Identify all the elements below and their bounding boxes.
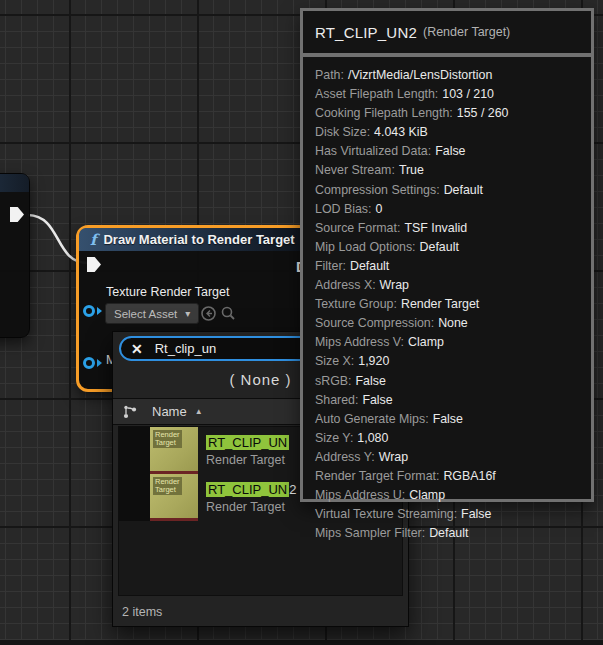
row-gutter [119, 427, 150, 474]
select-asset-label: Select Asset [114, 308, 177, 320]
sort-ascending-icon[interactable]: ▲ [195, 407, 203, 416]
asset-type: Render Target [206, 499, 296, 515]
partial-node[interactable] [0, 173, 30, 338]
search-match-highlight: RT_CLIP_UN [206, 482, 289, 497]
use-selected-icon[interactable] [200, 305, 217, 322]
object-pin-icon[interactable] [83, 357, 102, 369]
item-count: 2 items [122, 605, 162, 619]
object-pin-icon[interactable] [83, 305, 102, 317]
render-target-thumbnail: Render Target [150, 474, 198, 521]
node-title: Draw Material to Render Target [103, 232, 294, 247]
clear-search-icon[interactable]: ✕ [131, 341, 143, 357]
partial-node-header[interactable] [0, 174, 29, 192]
thumbnail-type-badge: Render Target [153, 477, 182, 495]
tooltip-title: RT_CLIP_UN2 [315, 24, 417, 41]
asset-name: RT_CLIP_UN2 [206, 482, 296, 497]
exec-out-pin-icon[interactable] [10, 207, 24, 222]
asset-tooltip: RT_CLIP_UN2 (Render Target) Path:/VizrtM… [300, 8, 594, 502]
exec-in-pin-icon[interactable] [87, 257, 101, 272]
viewport-edge [0, 640, 603, 645]
browse-asset-icon[interactable] [220, 305, 237, 322]
asset-type-color-bar [150, 518, 198, 521]
asset-type: Render Target [206, 452, 289, 468]
asset-name: RT_CLIP_UN [206, 435, 289, 450]
select-asset-combo[interactable]: Select Asset ▾ [105, 303, 199, 324]
tooltip-subtitle: (Render Target) [423, 25, 510, 39]
tooltip-title-box: RT_CLIP_UN2 (Render Target) [303, 11, 591, 53]
view-options-icon[interactable] [122, 404, 138, 420]
render-target-thumbnail: Render Target [150, 427, 198, 474]
thumbnail-type-badge: Render Target [153, 430, 182, 448]
function-icon: f [90, 231, 96, 249]
tooltip-body: Path:/VizrtMedia/LensDistortion Asset Fi… [303, 57, 591, 499]
chevron-down-icon: ▾ [185, 309, 190, 319]
pin-label-texture-render-target: Texture Render Target [106, 285, 229, 299]
search-match-highlight: RT_CLIP_UN [206, 435, 289, 450]
column-header-name[interactable]: Name [152, 404, 187, 419]
row-gutter [119, 474, 150, 521]
blueprint-graph[interactable]: f Draw Material to Render Target D Textu… [0, 0, 603, 645]
draw-node-header[interactable]: f Draw Material to Render Target [79, 228, 308, 251]
